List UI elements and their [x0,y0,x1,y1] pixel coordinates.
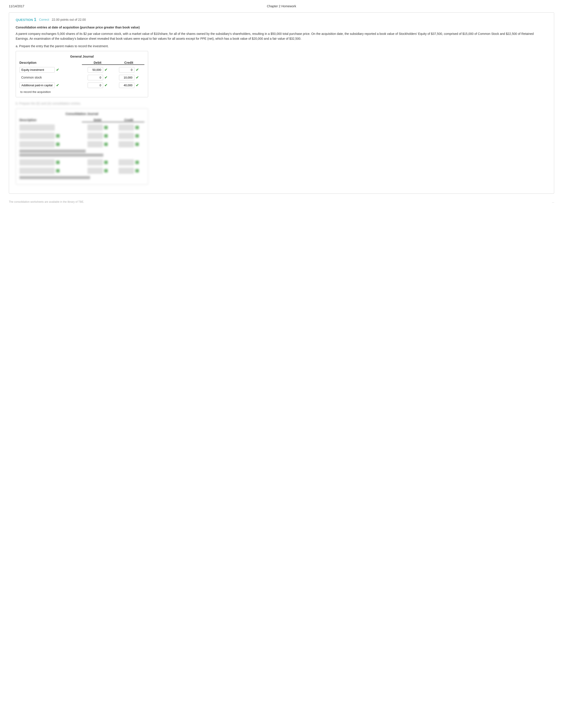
row2-debit-cell: ✔ [82,75,113,80]
sub-question-b: b. Prepare the (E) and (A) consolidation… [16,102,547,105]
page-header: 11/14/2017 Chapter 2 Homework [9,4,554,8]
row3-credit-check: ✔ [136,83,139,87]
blurred-e3-credit [113,141,145,147]
row1-desc-check: ✔ [56,68,59,72]
header-date: 11/14/2017 [9,4,24,8]
blurred-section: b. Prepare the (E) and (A) consolidation… [16,102,547,185]
row2-desc-cell: Common stock [19,76,82,79]
blurred-e1-credit [113,124,145,131]
row3-credit-cell: ✔ [113,83,145,88]
journal-a-title: General Journal [19,55,144,58]
journal-b: Consolidation Journal Description Debit … [16,108,148,185]
row1-credit-cell: ✔ [113,67,145,73]
row3-description-input[interactable] [19,83,55,88]
row2-credit-check: ✔ [136,75,139,80]
page-footer: The consolidation worksheets are availab… [9,200,554,203]
blurred-col-desc: Description [19,118,82,122]
blurred-e3-desc [19,141,82,147]
question-header: QUESTION 1 Correct 22.00 points out of 2… [16,17,547,22]
blurred-a2-desc [19,168,82,174]
blurred-row-a2 [19,168,144,174]
question-label-text: QUESTION [16,18,33,22]
header-title: Chapter 2 Homework [267,4,296,8]
row1-debit-check: ✔ [104,68,107,72]
blurred-e2-desc [19,133,82,139]
col-header-credit: Credit [113,61,145,65]
question-box: QUESTION 1 Correct 22.00 points out of 2… [9,12,554,194]
row1-credit-input[interactable] [119,67,134,73]
journal-a-header: Description Debit Credit [19,61,144,66]
blurred-e1-debit [82,124,113,131]
blurred-col-debit: Debit [82,118,113,122]
journal-note: to record the acquisition [19,90,144,94]
col-header-debit: Debit [82,61,113,65]
blurred-e2-debit [82,133,113,139]
journal-row-2: Common stock ✔ ✔ [19,75,144,80]
blurred-e1-desc [19,124,82,131]
question-body: A parent company exchanges 5,000 shares … [16,31,547,41]
correct-label: Correct [39,18,49,21]
row1-debit-cell: ✔ [82,67,113,73]
journal-b-header: Description Debit Credit [19,118,144,124]
points-label: 22.00 points out of 22.00 [52,18,86,21]
blurred-a2-credit [113,168,145,174]
blurred-a1-credit [113,159,145,165]
footer-right: ... [552,200,554,203]
row2-credit-input[interactable] [119,75,134,80]
footer-left: The consolidation worksheets are availab… [9,200,84,203]
blurred-note-e [19,150,144,157]
journal-row-1: ✔ ✔ ✔ [19,67,144,73]
row3-desc-cell: ✔ [19,83,82,88]
blurred-a1-debit [82,159,113,165]
row1-description-input[interactable] [19,67,55,73]
question-title: Consolidation entries at date of acquisi… [16,26,547,29]
blurred-row-e2 [19,133,144,139]
sub-question-a: a. Prepare the entry that the parent mak… [16,44,547,48]
blurred-row-a1 [19,159,144,165]
row3-debit-input[interactable] [88,83,103,88]
row2-description-text: Common stock [19,76,42,79]
blurred-a2-debit [82,168,113,174]
col-header-description: Description [19,61,82,65]
journal-b-title: Consolidation Journal [19,112,144,116]
row3-desc-check: ✔ [56,83,59,87]
row3-debit-cell: ✔ [82,83,113,88]
row2-credit-cell: ✔ [113,75,145,80]
blurred-note-a [19,176,144,179]
row1-desc-cell: ✔ [19,67,82,73]
journal-a: General Journal Description Debit Credit… [16,51,148,97]
row1-debit-input[interactable] [88,67,103,73]
row2-debit-check: ✔ [104,75,107,80]
question-number: 1 [34,17,36,22]
blurred-e2-credit [113,133,145,139]
blurred-a1-desc [19,159,82,165]
blurred-row-e3 [19,141,144,147]
row2-debit-input[interactable] [88,75,103,80]
row3-debit-check: ✔ [104,83,107,87]
blurred-col-credit: Credit [113,118,145,122]
blurred-e3-debit [82,141,113,147]
blurred-row-e1 [19,124,144,131]
journal-row-3: ✔ ✔ ✔ [19,83,144,88]
question-label: QUESTION 1 [16,17,36,22]
row3-credit-input[interactable] [119,83,134,88]
row1-credit-check: ✔ [136,68,139,72]
